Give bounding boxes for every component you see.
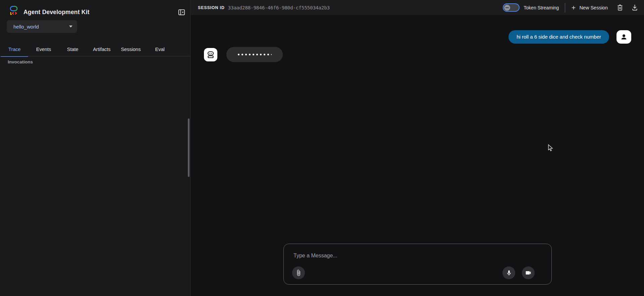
new-session-button[interactable]: New Session <box>571 5 608 11</box>
toggle-thumb <box>504 5 510 11</box>
plus-icon <box>571 5 577 11</box>
agent-loading-indicator <box>226 47 283 62</box>
download-icon <box>631 4 638 11</box>
tab-sessions[interactable]: Sessions <box>116 43 146 56</box>
tab-events[interactable]: Events <box>29 43 58 56</box>
header-divider <box>565 3 565 12</box>
attach-file-button[interactable] <box>292 266 305 279</box>
sidebar-header: Agent Development Kit <box>0 0 190 19</box>
person-icon <box>620 33 628 41</box>
collapse-sidebar-button[interactable] <box>177 8 186 16</box>
header-actions: Token Streaming New Session <box>503 3 644 12</box>
tabs-divider <box>0 56 191 56</box>
invocations-label: Invocations <box>8 59 33 64</box>
token-streaming-toggle[interactable] <box>503 3 520 12</box>
message-input[interactable] <box>284 245 499 261</box>
agent-message-row <box>204 47 283 62</box>
chevron-down-icon <box>69 26 72 28</box>
token-streaming-label: Token Streaming <box>524 5 559 10</box>
message-input-container <box>283 244 552 285</box>
session-header: SESSION ID 33aad288-9846-46f6-980d-cf555… <box>191 0 644 15</box>
agent-selector-value: hello_world <box>13 24 69 30</box>
tab-trace[interactable]: Trace <box>0 43 29 56</box>
tab-eval[interactable]: Eval <box>145 43 174 56</box>
sidebar: Agent Development Kit hello_world Trace … <box>0 0 191 296</box>
robot-icon <box>206 50 215 59</box>
tab-artifacts[interactable]: Artifacts <box>87 43 116 56</box>
sidebar-tabs: Trace Events State Artifacts Sessions Ev… <box>0 43 174 56</box>
collapse-sidebar-icon <box>178 8 185 16</box>
user-message-bubble: hi roll a 6 side dice and check number <box>508 30 609 44</box>
agent-avatar <box>204 48 217 61</box>
sidebar-scrollbar[interactable] <box>188 118 190 177</box>
new-session-label: New Session <box>579 5 608 10</box>
delete-icon <box>616 4 624 11</box>
microphone-icon <box>506 270 512 276</box>
session-id-label: SESSION ID <box>198 5 225 10</box>
tab-state[interactable]: State <box>58 43 87 56</box>
adk-app-window: Agent Development Kit hello_world Trace … <box>0 0 644 296</box>
app-title: Agent Development Kit <box>23 9 90 16</box>
user-message-row: hi roll a 6 side dice and check number <box>508 30 631 44</box>
session-id-value: 33aad288-9846-46f6-980d-cf555034a2b3 <box>228 5 330 10</box>
mouse-cursor <box>547 144 554 152</box>
delete-session-button[interactable] <box>616 4 624 12</box>
video-camera-icon <box>525 269 532 276</box>
export-session-button[interactable] <box>631 4 639 12</box>
user-avatar <box>616 30 631 44</box>
paperclip-icon <box>295 269 302 276</box>
agent-selector-dropdown[interactable]: hello_world <box>7 20 77 33</box>
video-button[interactable] <box>522 266 535 279</box>
microphone-button[interactable] <box>502 266 515 279</box>
adk-logo-icon <box>9 5 19 15</box>
chat-area: hi roll a 6 side dice and check number <box>191 15 644 296</box>
